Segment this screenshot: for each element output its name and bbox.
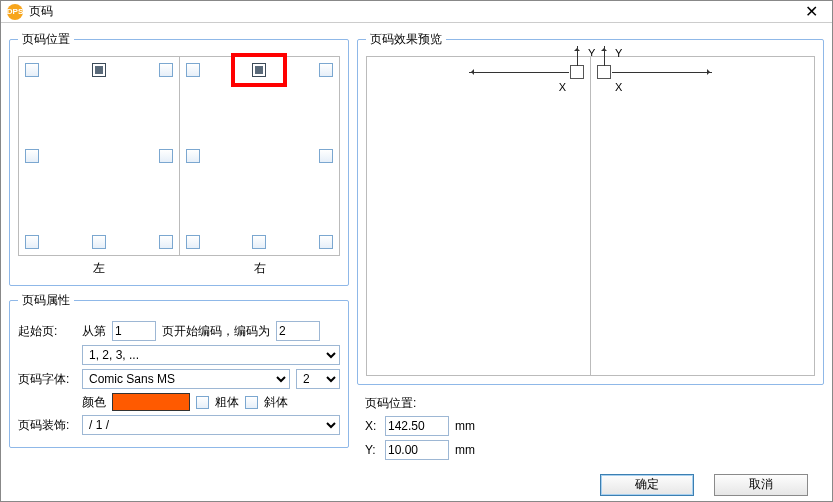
arrow-y-icon <box>604 46 605 66</box>
pos-left-top-right[interactable] <box>159 63 173 77</box>
pos-right-middle-left[interactable] <box>186 149 200 163</box>
row-number-style: 1, 2, 3, ... <box>82 345 340 365</box>
row-y: Y: mm <box>365 440 824 460</box>
pos-right-bottom-right[interactable] <box>319 235 333 249</box>
from-text: 从第 <box>82 323 106 340</box>
italic-label: 斜体 <box>264 394 288 411</box>
title-bar: DPS 页码 ✕ <box>1 1 832 23</box>
font-label: 页码字体: <box>18 371 76 388</box>
bold-checkbox[interactable] <box>196 396 209 409</box>
preview-right-page: Y X <box>590 56 815 376</box>
arrow-x-icon <box>469 72 569 73</box>
row-decor: 页码装饰: / 1 / <box>18 415 340 435</box>
group-position: 页码位置 <box>9 31 349 286</box>
position-values-label: 页码位置: <box>365 395 824 412</box>
pos-right-bottom-left[interactable] <box>186 235 200 249</box>
x-value-input[interactable] <box>385 416 449 436</box>
pos-left-top-center[interactable] <box>92 63 106 77</box>
group-preview: 页码效果预览 Y X <box>357 31 824 385</box>
position-values: 页码位置: X: mm Y: mm <box>365 395 824 464</box>
app-icon: DPS <box>7 4 23 20</box>
decor-select[interactable]: / 1 / <box>82 415 340 435</box>
arrow-y-icon <box>577 46 578 66</box>
preview-area: Y X Y X <box>366 56 815 376</box>
ok-button[interactable]: 确定 <box>600 474 694 496</box>
start-code-input[interactable] <box>276 321 320 341</box>
decor-label: 页码装饰: <box>18 417 76 434</box>
group-properties: 页码属性 起始页: 从第 页开始编码，编码为 1, 2, 3, ... 页码字体… <box>9 292 349 448</box>
pos-right-bottom-center[interactable] <box>252 235 266 249</box>
left-page-label: 左 <box>18 260 179 277</box>
row-color: 颜色 粗体 斜体 <box>82 393 340 411</box>
color-swatch[interactable] <box>112 393 190 411</box>
row-font: 页码字体: Comic Sans MS 20 <box>18 369 340 389</box>
row-x: X: mm <box>365 416 824 436</box>
marker-square-icon <box>597 65 611 79</box>
group-position-legend: 页码位置 <box>18 31 74 48</box>
right-page-label: 右 <box>179 260 340 277</box>
preview-left-page: Y X <box>366 56 590 376</box>
right-page-grid <box>179 56 341 256</box>
pos-left-bottom-center[interactable] <box>92 235 106 249</box>
x-unit: mm <box>455 419 475 433</box>
position-area <box>18 56 340 256</box>
pos-left-bottom-left[interactable] <box>25 235 39 249</box>
cancel-button[interactable]: 取消 <box>714 474 808 496</box>
pos-right-top-center[interactable] <box>252 63 266 77</box>
window-title: 页码 <box>29 3 796 20</box>
page-labels: 左 右 <box>18 260 340 277</box>
close-icon[interactable]: ✕ <box>796 2 826 21</box>
pos-left-top-left[interactable] <box>25 63 39 77</box>
marker-square-icon <box>570 65 584 79</box>
font-size-select[interactable]: 20 <box>296 369 340 389</box>
start-page-input[interactable] <box>112 321 156 341</box>
left-column: 页码位置 <box>9 31 349 464</box>
pos-left-middle-left[interactable] <box>25 149 39 163</box>
preview-right-marker: Y X <box>597 65 611 79</box>
arrow-x-icon <box>612 72 712 73</box>
start-label: 起始页: <box>18 323 76 340</box>
x-label: X: <box>365 419 379 433</box>
y-value-input[interactable] <box>385 440 449 460</box>
y-label: Y: <box>365 443 379 457</box>
italic-checkbox[interactable] <box>245 396 258 409</box>
right-column: 页码效果预览 Y X <box>357 31 824 464</box>
dialog-footer: 确定 取消 <box>1 472 832 501</box>
row-start: 起始页: 从第 页开始编码，编码为 <box>18 321 340 341</box>
axis-x-label: X <box>615 81 622 93</box>
group-preview-legend: 页码效果预览 <box>366 31 446 48</box>
pos-left-bottom-right[interactable] <box>159 235 173 249</box>
left-page-grid <box>18 56 179 256</box>
number-style-select[interactable]: 1, 2, 3, ... <box>82 345 340 365</box>
bold-label: 粗体 <box>215 394 239 411</box>
after-text: 页开始编码，编码为 <box>162 323 270 340</box>
axis-x-label: X <box>559 81 566 93</box>
preview-left-marker: Y X <box>570 65 584 79</box>
dialog-body: 页码位置 <box>1 23 832 472</box>
group-properties-legend: 页码属性 <box>18 292 74 309</box>
dialog-page-number: DPS 页码 ✕ 页码位置 <box>0 0 833 502</box>
axis-y-label: Y <box>615 47 622 59</box>
color-label: 颜色 <box>82 394 106 411</box>
pos-right-top-right[interactable] <box>319 63 333 77</box>
y-unit: mm <box>455 443 475 457</box>
pos-right-middle-right[interactable] <box>319 149 333 163</box>
pos-left-middle-right[interactable] <box>159 149 173 163</box>
pos-right-top-left[interactable] <box>186 63 200 77</box>
font-name-select[interactable]: Comic Sans MS <box>82 369 290 389</box>
